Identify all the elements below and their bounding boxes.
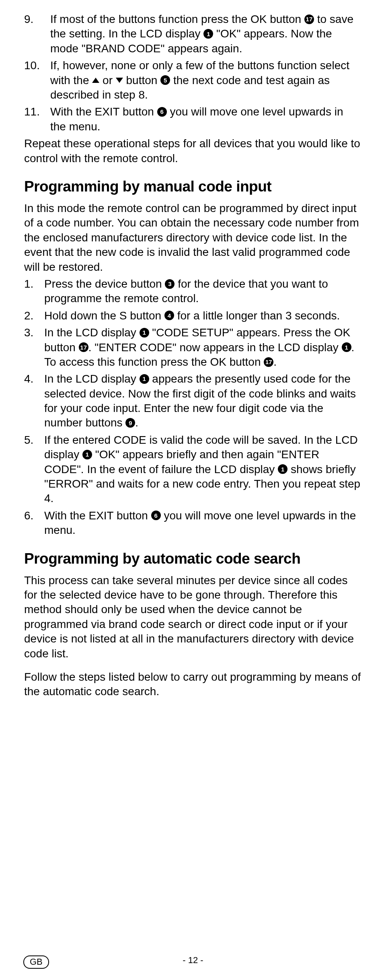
ref-1-icon: 1 <box>278 464 287 474</box>
step-number: 1. <box>24 277 44 291</box>
ref-17-icon: 17 <box>264 357 273 367</box>
ref-9-icon: 9 <box>125 418 135 428</box>
step-5: 5. If the entered CODE is valid the code… <box>24 433 362 506</box>
region-badge: GB <box>23 955 49 969</box>
text-fragment: In the LCD display <box>44 326 140 339</box>
step-number: 9. <box>24 12 50 27</box>
step-content: If the entered CODE is valid the code wi… <box>44 433 362 506</box>
ref-1-icon: 1 <box>203 29 213 39</box>
section3-p2: Follow the steps listed below to carry o… <box>24 670 362 699</box>
section2-intro: In this mode the remote control can be p… <box>24 201 362 274</box>
ref-6-icon: 6 <box>151 511 161 520</box>
page-number: - 12 - <box>0 955 386 966</box>
text-fragment: button <box>123 74 160 86</box>
step-content: With the EXIT button 6 you will move one… <box>44 509 362 538</box>
step-content: Hold down the S button 4 for a little lo… <box>44 309 362 323</box>
step-number: 3. <box>24 325 44 340</box>
section1-outro: Repeat these operational steps for all d… <box>24 136 362 166</box>
arrow-up-icon <box>92 78 99 83</box>
section3-p1: This process can take several minutes pe… <box>24 573 362 661</box>
step-content: With the EXIT button 6 you will move one… <box>50 105 362 134</box>
ref-1-icon: 1 <box>140 328 149 338</box>
step-10: 10. If, however, none or only a few of t… <box>24 58 362 102</box>
text-fragment: With the EXIT button <box>50 105 157 118</box>
ref-4-icon: 4 <box>164 311 174 320</box>
ref-1-icon: 1 <box>82 450 92 459</box>
text-fragment: In the LCD display <box>44 373 140 385</box>
text-fragment: Hold down the S button <box>44 309 164 322</box>
heading-manual-code: Programming by manual code input <box>24 177 362 196</box>
text-fragment: or <box>99 74 115 86</box>
ref-6-icon: 6 <box>157 107 167 117</box>
text-fragment: With the EXIT button <box>44 509 151 522</box>
ref-5-icon: 5 <box>160 75 170 85</box>
step-2: 2. Hold down the S button 4 for a little… <box>24 309 362 323</box>
arrow-down-icon <box>116 78 123 83</box>
text-fragment: If most of the buttons function press th… <box>50 13 304 25</box>
ref-17-icon: 17 <box>304 14 314 24</box>
text-fragment: . <box>135 416 138 429</box>
text-fragment: for a little longer than 3 seconds. <box>174 309 340 322</box>
ref-1-icon: 1 <box>342 342 351 352</box>
step-number: 4. <box>24 372 44 386</box>
ref-1-icon: 1 <box>140 374 149 384</box>
step-content: If most of the buttons function press th… <box>50 12 362 56</box>
step-number: 5. <box>24 433 44 447</box>
step-1: 1. Press the device button 3 for the dev… <box>24 277 362 306</box>
step-11: 11. With the EXIT button 6 you will move… <box>24 105 362 134</box>
step-9: 9. If most of the buttons function press… <box>24 12 362 56</box>
step-content: Press the device button 3 for the device… <box>44 277 362 306</box>
step-3: 3. In the LCD display 1 "CODE SETUP" app… <box>24 325 362 369</box>
text-fragment: Press the device button <box>44 278 165 290</box>
step-number: 6. <box>24 509 44 523</box>
step-content: In the LCD display 1 appears the present… <box>44 372 362 430</box>
step-4: 4. In the LCD display 1 appears the pres… <box>24 372 362 430</box>
step-number: 11. <box>24 105 50 119</box>
text-fragment: . "ENTER CODE" now appears in the LCD di… <box>88 341 342 354</box>
step-number: 2. <box>24 309 44 323</box>
heading-auto-search: Programming by automatic code search <box>24 549 362 568</box>
step-content: If, however, none or only a few of the b… <box>50 58 362 102</box>
step-content: In the LCD display 1 "CODE SETUP" appear… <box>44 325 362 369</box>
ref-17-icon: 17 <box>79 342 88 352</box>
text-fragment: . <box>273 356 277 368</box>
step-number: 10. <box>24 58 50 73</box>
step-6: 6. With the EXIT button 6 you will move … <box>24 509 362 538</box>
ref-3-icon: 3 <box>165 279 175 289</box>
